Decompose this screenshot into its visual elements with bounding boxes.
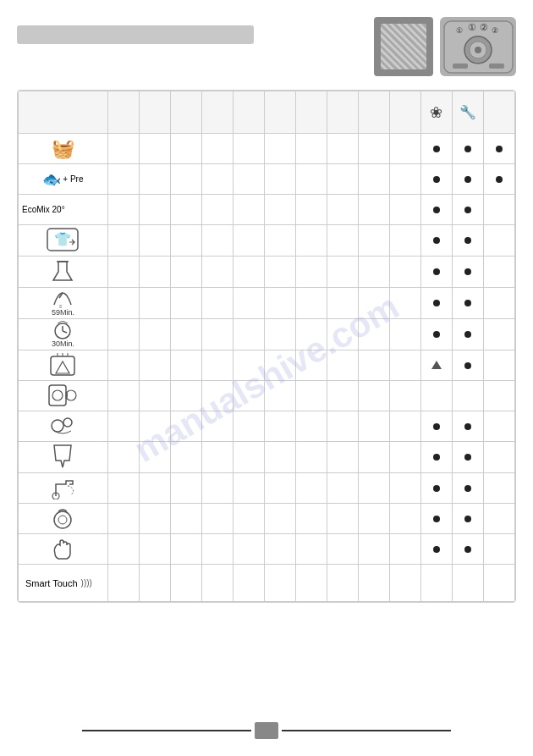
header-data-col-4 (201, 91, 233, 134)
dot-indicator (433, 268, 440, 275)
svg-text:②: ② (492, 26, 498, 35)
dot-cell (420, 134, 452, 164)
dot-indicator (464, 207, 471, 213)
table-row (19, 504, 515, 534)
dot-indicator (464, 146, 471, 152)
row-smart-touch: Smart Touch )))) (19, 565, 108, 602)
dot-indicator (464, 516, 471, 522)
feature-table: ❀ 🔧 🧺 (18, 91, 515, 602)
delicate-icon (50, 506, 75, 530)
dot-indicator (433, 423, 440, 430)
svg-point-32 (52, 420, 63, 432)
header-images: ① ② (374, 17, 516, 76)
drum-ring-icon (47, 384, 78, 407)
footer-line-left (82, 730, 251, 731)
svg-rect-25 (51, 356, 74, 375)
header-data-col-9 (358, 91, 389, 134)
dot-indicator (464, 454, 471, 461)
main-table-wrapper: ❀ 🔧 🧺 (17, 90, 516, 603)
wash-icon: 🧺 (52, 138, 74, 159)
wool-icon (49, 414, 76, 438)
dot-indicator (464, 423, 471, 430)
row-icon-prewash: 🐟 + Pre (19, 164, 108, 195)
dot-indicator (464, 268, 471, 275)
header-col-flower: ❀ (420, 91, 452, 134)
table-row: 🧺 (19, 134, 515, 164)
header-area: ① ② (17, 17, 516, 76)
ecomix-label: EcoMix 20° (22, 205, 65, 214)
row-icon-wool (19, 411, 108, 442)
dot-indicator (464, 546, 471, 553)
dot-indicator (464, 485, 471, 492)
dot-indicator (464, 300, 471, 306)
header-data-col-5 (233, 91, 264, 134)
svg-point-14 (475, 47, 481, 53)
smart-touch-wifi-icon: )))) (81, 578, 92, 588)
footer-bar (82, 722, 451, 739)
dot-indicator (433, 237, 440, 244)
table-row: EcoMix 20° (19, 195, 515, 225)
svg-point-36 (58, 516, 67, 524)
svg-point-30 (52, 390, 63, 400)
row-icon-shirtwash: 👕 (19, 225, 108, 257)
prewash-icon: 🐟 (42, 170, 61, 189)
shirt-arrow-icon: 👕 (46, 227, 80, 252)
svg-point-35 (54, 511, 71, 528)
row-icon-30min: 30Min. (19, 319, 108, 350)
row-icon-59min: ≡ 59Min. (19, 288, 108, 319)
spray-icon (49, 476, 76, 499)
header-col-extra (483, 91, 514, 134)
dot-indicator (464, 176, 471, 183)
30min-icon (51, 321, 74, 339)
dot-indicator (496, 176, 503, 183)
dot-indicator (433, 546, 440, 553)
flask-icon (50, 258, 75, 284)
header-col-wrench: 🔧 (452, 91, 483, 134)
table-row: ≡ 59Min. (19, 288, 515, 319)
table-row: 🐟 + Pre (19, 164, 515, 195)
svg-line-24 (63, 331, 67, 333)
svg-point-33 (63, 418, 72, 427)
header-data-col-6 (264, 91, 295, 134)
dot-cell (452, 134, 483, 164)
dot-indicator (433, 176, 440, 183)
row-icon-wash: 🧺 (19, 134, 108, 164)
table-row (19, 442, 515, 473)
table-row (19, 534, 515, 565)
dot-indicator (496, 146, 503, 152)
dot-indicator (433, 485, 440, 492)
dot-indicator (433, 516, 440, 522)
row-icon-handwash (19, 534, 108, 565)
svg-text:①: ① (456, 26, 463, 35)
dot-indicator (433, 300, 440, 306)
device-image-1 (374, 17, 433, 76)
device1-svg (382, 24, 425, 70)
row-ecomix: EcoMix 20° (19, 195, 108, 225)
header-data-col-10 (389, 91, 420, 134)
svg-rect-1 (389, 30, 418, 63)
handwash-icon (50, 537, 75, 560)
dot-indicator (464, 331, 471, 338)
header-data-col-3 (170, 91, 201, 134)
smart-touch-label: Smart Touch (25, 578, 78, 588)
table-row (19, 473, 515, 504)
row-icon-flask (19, 257, 108, 288)
svg-rect-29 (49, 385, 66, 406)
59min-icon: ≡ (51, 290, 74, 308)
dryer-icon (49, 353, 76, 377)
table-row (19, 381, 515, 411)
pants-icon (51, 444, 74, 469)
59min-label: 59Min. (52, 308, 74, 317)
device2-svg: ① ② (442, 19, 514, 74)
dot-cell (483, 134, 514, 164)
footer-line-right (282, 730, 451, 731)
header-icon-col (19, 91, 108, 134)
row-icon-drum (19, 381, 108, 411)
svg-rect-16 (489, 63, 504, 69)
header-data-col-7 (295, 91, 327, 134)
prewash-label: + Pre (63, 174, 83, 184)
row-icon-dryer (19, 350, 108, 381)
dot-indicator (464, 362, 471, 369)
dot-indicator (464, 237, 471, 244)
header-data-col-8 (327, 91, 358, 134)
